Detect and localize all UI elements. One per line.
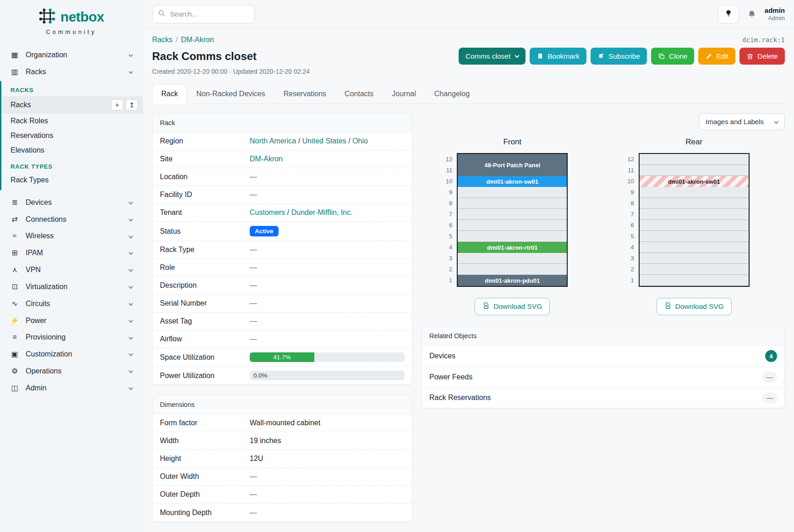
region-link[interactable]: Ohio [352, 137, 368, 145]
left-column: Rack RegionNorth America / United States… [152, 113, 412, 532]
detail-value: 12U [250, 455, 405, 463]
site-link[interactable]: DM-Akron [250, 155, 283, 163]
comms-closet-button[interactable]: Comms closet [459, 48, 526, 65]
tab-journal[interactable]: Journal [383, 84, 425, 104]
detail-row-description: Description— [153, 277, 412, 295]
button-label: Download SVG [675, 302, 724, 311]
sidebar-item-racks[interactable]: Racks+↥ [1, 96, 142, 114]
tab-rack[interactable]: Rack [152, 84, 187, 104]
chevron-down-icon [515, 53, 520, 58]
detail-label: Status [160, 227, 250, 236]
detail-label: Power Utilization [160, 372, 250, 380]
breadcrumb: Racks/DM-Akron [152, 36, 214, 44]
sidebar-item-provisioning[interactable]: ≡Provisioning [0, 329, 142, 346]
related-row-rack-reservations[interactable]: Rack Reservations— [422, 388, 784, 408]
elevation-display-select[interactable]: Images and Labels [699, 113, 785, 130]
sidebar-item-power[interactable]: ⚡Power [0, 312, 142, 329]
rack-slot [640, 242, 749, 253]
detail-row-role: Role— [153, 259, 412, 277]
tenant-link[interactable]: Customers [250, 208, 285, 216]
page-title: Rack Comms closet [152, 50, 257, 63]
region-link[interactable]: United States [302, 137, 346, 145]
unit-number: 1 [622, 275, 634, 286]
sidebar-item-label: VPN [26, 266, 41, 274]
unit-number: 7 [622, 209, 634, 220]
sidebar-item-connections[interactable]: ⇄Connections [0, 211, 142, 228]
sidebar-item-ipam[interactable]: ⊞IPAM [0, 244, 142, 261]
rack-device-dmi01-akron-pdu01[interactable]: dmi01-akron-pdu01 [458, 275, 567, 286]
edit-button[interactable]: Edit [698, 48, 735, 65]
detail-label: Form factor [160, 419, 250, 427]
rack-device-dmi01-akron-sw01[interactable]: dmi01-akron-sw01 [640, 176, 749, 187]
copy-icon [658, 53, 665, 60]
breadcrumb-link[interactable]: DM-Akron [181, 36, 214, 44]
download-svg-button[interactable]: Download SVG [657, 298, 732, 315]
detail-row-airflow: Airflow— [153, 330, 412, 348]
unit-number: 2 [440, 264, 452, 275]
related-row-power-feeds[interactable]: Power Feeds— [422, 367, 784, 388]
sidebar-item-virtualization[interactable]: ⊡Virtualization [0, 278, 142, 295]
theme-toggle-button[interactable] [718, 5, 739, 23]
rack-device-48-port-patch-panel[interactable]: 48-Port Patch Panel [458, 154, 567, 176]
rack-device-dmi01-akron-rtr01[interactable]: dmi01-akron-rtr01 [458, 242, 567, 253]
link-separator: / [296, 137, 302, 145]
detail-row-outer-depth: Outer Depth— [153, 486, 412, 504]
sidebar-item-admin[interactable]: ◫Admin [0, 379, 142, 396]
unit-number: 11 [622, 165, 634, 176]
brand[interactable]: netbox Community [0, 7, 142, 35]
unit-number: 11 [440, 165, 452, 176]
sidebar-item-label: Racks [11, 101, 31, 109]
rack-device-dmi01-akron-sw01[interactable]: dmi01-akron-sw01 [458, 176, 567, 187]
detail-value: — [250, 299, 405, 307]
plus-icon[interactable]: + [111, 99, 123, 110]
bookmark-button[interactable]: Bookmark [530, 48, 586, 65]
tenant-link[interactable]: Dunder-Mifflin, Inc. [291, 208, 353, 216]
sidebar-item-circuits[interactable]: ∿Circuits [0, 295, 142, 312]
chevron-down-icon [129, 352, 133, 356]
unit-number: 3 [440, 253, 452, 264]
elevation-display-label: Images and Labels [706, 118, 764, 126]
unit-number: 10 [622, 176, 634, 187]
upload-icon[interactable]: ↥ [126, 99, 138, 110]
sidebar-item-rack-roles[interactable]: Rack Roles [1, 114, 142, 128]
breadcrumb-link[interactable]: Racks [152, 36, 172, 44]
search-input[interactable] [170, 10, 261, 18]
detail-value: — [250, 173, 405, 181]
user-menu[interactable]: admin Admin [765, 6, 785, 22]
unit-number: 5 [622, 231, 634, 242]
sidebar-item-operations[interactable]: ⚙Operations [0, 362, 142, 379]
sidebar-item-elevations[interactable]: Elevations [1, 143, 142, 158]
sidebar-item-customization[interactable]: ▣Customization [0, 346, 142, 362]
delete-button[interactable]: Delete [739, 48, 785, 65]
related-row-devices[interactable]: Devices4 [422, 346, 784, 367]
sidebar-item-racks[interactable]: ▥Racks [0, 63, 142, 80]
download-svg-button[interactable]: Download SVG [475, 298, 550, 315]
count-badge: 4 [765, 350, 777, 362]
sidebar-item-wireless[interactable]: ≈Wireless [0, 228, 142, 244]
subscribe-button[interactable]: Subscribe [591, 48, 647, 65]
brand-name: netbox [60, 9, 104, 25]
sidebar-item-devices[interactable]: ≣Devices [0, 194, 142, 211]
sidebar-item-organization[interactable]: ▦Organization [0, 46, 142, 63]
detail-label: Asset Tag [160, 317, 250, 325]
detail-value: 19 inches [250, 437, 405, 445]
space-utilization-bar: 41.7% [250, 352, 405, 362]
notifications-bell-icon[interactable] [747, 10, 756, 19]
sidebar-item-rack-types[interactable]: Rack Types [1, 173, 142, 187]
tab-non-racked-devices[interactable]: Non-Racked Devices [187, 84, 274, 104]
chevron-down-icon [129, 285, 133, 289]
trash-icon [746, 53, 754, 60]
tab-changelog[interactable]: Changelog [425, 84, 479, 104]
empty-value: — [250, 281, 257, 289]
button-label: Edit [716, 52, 728, 60]
detail-value: — [250, 281, 405, 290]
sidebar-item-vpn[interactable]: ⋏VPN [0, 261, 142, 278]
region-link[interactable]: North America [250, 137, 296, 145]
sidebar-item-label: Circuits [26, 300, 50, 308]
tab-reservations[interactable]: Reservations [274, 84, 335, 104]
sidebar-item-reservations[interactable]: Reservations [1, 128, 142, 143]
tab-contacts[interactable]: Contacts [335, 84, 383, 104]
sidebar-item-label: Racks [26, 68, 46, 76]
clone-button[interactable]: Clone [651, 48, 695, 65]
chevron-down-icon [129, 200, 133, 205]
